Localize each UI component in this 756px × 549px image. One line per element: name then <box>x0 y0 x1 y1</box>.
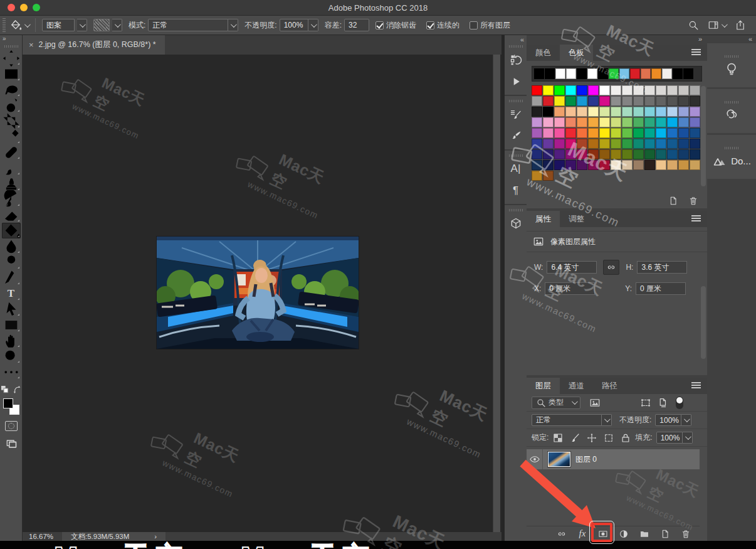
color-swatch[interactable] <box>532 117 542 127</box>
tool-history-brush[interactable] <box>2 191 21 207</box>
color-swatch[interactable] <box>622 139 633 149</box>
tool-quick-selection[interactable] <box>2 97 21 113</box>
color-swatch[interactable] <box>667 107 678 117</box>
recent-swatch[interactable] <box>598 68 608 79</box>
zoom-window-button[interactable] <box>33 4 40 11</box>
color-swatch[interactable] <box>599 128 610 138</box>
color-swatch[interactable] <box>543 107 554 117</box>
recent-swatch[interactable] <box>673 68 683 79</box>
color-swatch[interactable] <box>588 85 599 95</box>
color-swatch[interactable] <box>577 107 587 117</box>
color-swatch[interactable] <box>656 85 666 95</box>
drag-handle[interactable] <box>509 154 523 157</box>
panel-menu-icon[interactable] <box>691 215 701 216</box>
color-swatch[interactable] <box>554 85 565 95</box>
color-swatch[interactable] <box>588 128 599 138</box>
rail-panel-creative-cloud[interactable] <box>707 89 756 133</box>
y-field[interactable]: 0 厘米 <box>636 282 686 295</box>
checkbox-消除锯齿[interactable]: 消除锯齿 <box>375 20 416 31</box>
panel-icon-actions[interactable] <box>505 72 527 91</box>
color-swatch[interactable] <box>622 117 633 127</box>
tool-eraser[interactable] <box>2 207 21 223</box>
color-swatch[interactable] <box>565 85 576 95</box>
color-swatch[interactable] <box>577 149 587 159</box>
color-swatch[interactable] <box>532 160 542 170</box>
color-swatch[interactable] <box>532 96 542 106</box>
color-swatch[interactable] <box>644 149 655 159</box>
layers-tab-通道[interactable]: 通道 <box>560 378 593 394</box>
lock-pixels-icon[interactable] <box>569 432 580 444</box>
color-swatch[interactable] <box>611 107 621 117</box>
color-swatch[interactable] <box>622 107 633 117</box>
color-swatch[interactable] <box>656 117 666 127</box>
kind-type-icon[interactable] <box>623 397 634 408</box>
color-swatch[interactable] <box>622 149 633 159</box>
tool-paint-bucket[interactable] <box>2 223 21 238</box>
tool-blur[interactable] <box>2 238 21 254</box>
minimize-window-button[interactable] <box>20 4 28 11</box>
color-swatch[interactable] <box>532 171 542 181</box>
color-swatch[interactable] <box>565 128 576 138</box>
opacity-dropdown[interactable]: 100% <box>280 19 318 31</box>
rail-panel-mountains[interactable]: Do... <box>707 135 756 179</box>
color-swatch[interactable] <box>678 96 689 106</box>
tool-lasso[interactable] <box>2 82 21 97</box>
color-swatch[interactable] <box>644 107 655 117</box>
color-swatch[interactable] <box>622 85 633 95</box>
color-swatch[interactable] <box>690 85 700 95</box>
tool-crop[interactable] <box>2 113 21 129</box>
color-swatch[interactable] <box>633 160 644 170</box>
color-swatch[interactable] <box>644 85 655 95</box>
color-swatch[interactable] <box>633 139 644 149</box>
kind-image-icon[interactable] <box>589 397 601 408</box>
color-swatch[interactable] <box>532 85 542 95</box>
height-field[interactable]: 3.6 英寸 <box>637 261 687 274</box>
color-swatch[interactable] <box>543 160 554 170</box>
layers-new-layer-button[interactable] <box>659 528 671 540</box>
foreground-background-colors[interactable] <box>3 398 19 415</box>
color-swatch[interactable] <box>554 128 565 138</box>
color-swatch[interactable] <box>644 139 655 149</box>
lock-artboard-icon[interactable] <box>603 432 614 444</box>
color-swatch[interactable] <box>690 128 700 138</box>
close-tab-icon[interactable]: × <box>29 40 34 50</box>
kind-adjustment-icon[interactable] <box>606 397 617 408</box>
foreground-color-chip[interactable] <box>3 398 13 408</box>
color-swatch[interactable] <box>656 160 666 170</box>
drag-handle[interactable] <box>4 45 18 48</box>
new-swatch-icon[interactable] <box>668 196 678 206</box>
panel-icon-brush-settings[interactable] <box>505 105 527 124</box>
properties-scrollbar[interactable] <box>701 286 706 359</box>
properties-tab-属性[interactable]: 属性 <box>527 211 560 227</box>
color-swatch[interactable] <box>690 117 700 127</box>
color-swatch[interactable] <box>622 160 633 170</box>
panel-menu-icon[interactable] <box>691 49 701 50</box>
fill-source-dropdown[interactable]: 图案 <box>42 19 87 31</box>
drag-handle[interactable] <box>509 209 523 211</box>
blend-mode-dropdown[interactable]: 正常 <box>532 414 612 426</box>
color-swatch[interactable] <box>633 117 644 127</box>
color-swatch[interactable] <box>656 96 666 106</box>
recent-swatch[interactable] <box>662 68 672 79</box>
color-swatch[interactable] <box>611 160 621 170</box>
tool-brush[interactable] <box>2 160 21 176</box>
recent-swatch[interactable] <box>566 68 576 79</box>
layers-group-button[interactable] <box>638 528 651 540</box>
color-swatch[interactable] <box>599 149 610 159</box>
color-swatch[interactable] <box>532 107 542 117</box>
color-swatch[interactable] <box>633 107 644 117</box>
recent-swatch[interactable] <box>683 68 693 79</box>
screen-mode-button[interactable] <box>5 437 18 450</box>
color-swatch[interactable] <box>667 96 678 106</box>
color-swatch[interactable] <box>554 139 565 149</box>
color-swatch[interactable] <box>667 149 678 159</box>
collapse-dock-icon[interactable]: » <box>527 35 707 45</box>
mode-dropdown[interactable]: 正常 <box>148 19 238 31</box>
tool-zoom[interactable] <box>2 348 21 364</box>
color-swatch[interactable] <box>633 128 644 138</box>
color-swatch[interactable] <box>656 128 666 138</box>
tool-path-selection[interactable] <box>2 301 21 317</box>
color-swatch[interactable] <box>690 149 700 159</box>
color-swatch[interactable] <box>599 117 610 127</box>
color-swatch[interactable] <box>543 117 554 127</box>
